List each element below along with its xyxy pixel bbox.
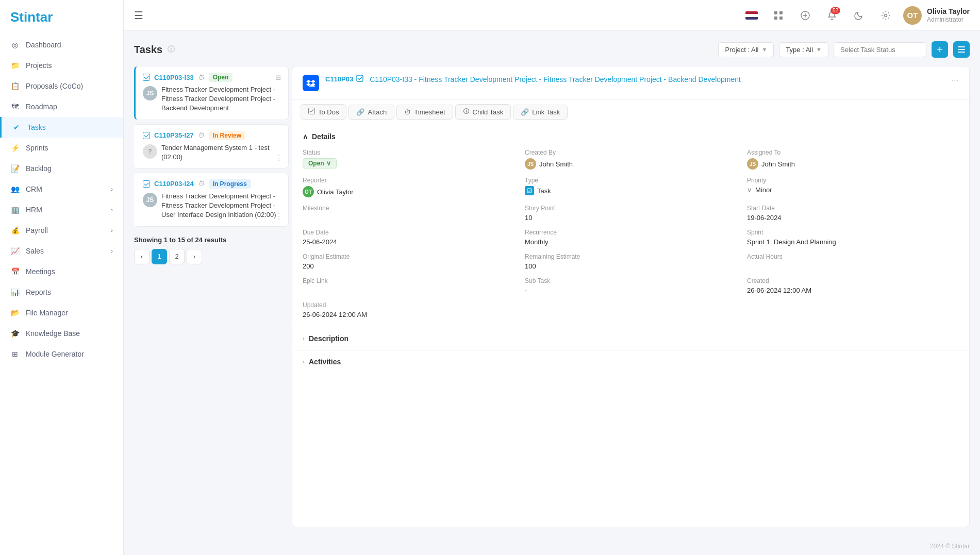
sidebar-label-roadmap: Roadmap — [26, 103, 57, 111]
sidebar-item-reports[interactable]: 📊 Reports — [0, 282, 123, 302]
project-filter[interactable]: Project : All ▼ — [718, 42, 774, 57]
status-label: Status — [303, 149, 514, 156]
activities-section-header[interactable]: › Activities — [303, 358, 959, 366]
actual-hours-label: Actual Hours — [747, 253, 959, 260]
sidebar-item-sales[interactable]: 📈 Sales › — [0, 241, 123, 261]
menu-toggle-icon[interactable]: ☰ — [134, 9, 143, 22]
svg-point-7 — [885, 14, 887, 16]
pagination-prev[interactable]: ‹ — [134, 249, 150, 264]
svg-rect-1 — [779, 11, 783, 14]
tab-attach[interactable]: 🔗 Attach — [348, 105, 394, 120]
sidebar-label-meetings: Meetings — [26, 267, 55, 276]
status-search-input[interactable] — [834, 42, 926, 57]
page-content: Tasks ⓘ Project : All ▼ Type : All ▼ + — [124, 31, 980, 537]
field-story-point: Story Point 10 — [525, 205, 737, 222]
tab-todos[interactable]: To Dos — [301, 104, 346, 120]
tab-todos-label: To Dos — [318, 108, 339, 116]
detail-more-button[interactable]: ··· — [951, 75, 959, 86]
field-remaining-estimate: Remaining Estimate 100 — [525, 253, 737, 270]
task-id-2: C110P03-I24 — [154, 180, 194, 188]
page-title: Tasks — [134, 44, 162, 56]
settings-icon[interactable] — [876, 6, 895, 25]
sidebar-item-payroll[interactable]: 💰 Payroll › — [0, 220, 123, 241]
projects-icon: 📁 — [10, 61, 20, 70]
created-by-value: John Smith — [539, 160, 573, 168]
task-more-btn-2[interactable]: ⋮ — [275, 211, 283, 221]
pagination-page-2[interactable]: 2 — [169, 249, 185, 264]
remaining-estimate-value: 100 — [525, 262, 536, 270]
notification-bell-icon[interactable]: 52 — [823, 6, 841, 25]
type-filter[interactable]: Type : All ▼ — [779, 42, 828, 57]
sidebar-item-backlog[interactable]: 📝 Backlog — [0, 158, 123, 179]
sidebar-item-proposals[interactable]: 📋 Proposals (CoCo) — [0, 76, 123, 96]
dark-mode-icon[interactable] — [850, 6, 868, 25]
created-by-label: Created By — [525, 149, 737, 156]
app-logo: Stintar — [10, 9, 53, 25]
checkbox-icon — [356, 75, 363, 82]
sidebar-item-file-manager[interactable]: 📂 File Manager — [0, 302, 123, 323]
file-manager-icon: 📂 — [10, 308, 20, 317]
sidebar-label-backlog: Backlog — [26, 164, 52, 173]
priority-icon: ∨ — [747, 186, 752, 194]
tab-child-task[interactable]: Child Task — [455, 104, 511, 120]
payroll-icon: 💰 — [10, 226, 20, 235]
sidebar-item-meetings[interactable]: 📅 Meetings — [0, 261, 123, 282]
sprint-label: Sprint — [747, 229, 959, 236]
task-more-btn-1[interactable]: ⋮ — [275, 153, 283, 163]
sidebar-item-hrm[interactable]: 🏢 HRM › — [0, 199, 123, 220]
pagination-next[interactable]: › — [187, 249, 202, 264]
section-chevron-up: ∧ — [303, 132, 308, 141]
view-toggle-button[interactable] — [953, 41, 970, 58]
tab-link-task[interactable]: 🔗 Link Task — [513, 105, 568, 120]
notification-count: 52 — [830, 7, 840, 14]
description-section-header[interactable]: › Description — [303, 334, 959, 343]
language-selector[interactable] — [742, 6, 761, 25]
flag-icon — [745, 11, 758, 20]
task-card-1[interactable]: C110P35-I27 ⏱ In Review ? Tender Managem… — [134, 124, 289, 169]
tab-timesheet[interactable]: ⏱ Timesheet — [396, 105, 453, 120]
quick-add-icon[interactable] — [796, 6, 815, 25]
sidebar-item-dashboard[interactable]: ◎ Dashboard — [0, 35, 123, 55]
activities-label: Activities — [309, 358, 341, 366]
user-profile[interactable]: OT Olivia Taylor Administrator — [903, 6, 970, 25]
moon-svg — [854, 11, 863, 20]
description-label: Description — [309, 334, 348, 343]
sidebar-label-crm: CRM — [26, 185, 42, 193]
tab-child-task-label: Child Task — [473, 108, 504, 116]
task-list-panel: C110P03-I33 ⏱ Open ⊟ JS Fitness Tracker … — [134, 66, 284, 527]
task-clock-icon-0: ⏱ — [198, 74, 205, 81]
hrm-icon: 🏢 — [10, 205, 20, 214]
start-date-label: Start Date — [747, 205, 959, 212]
task-card-0[interactable]: C110P03-I33 ⏱ Open ⊟ JS Fitness Tracker … — [134, 66, 289, 120]
sidebar-item-knowledge-base[interactable]: 🎓 Knowledge Base — [0, 323, 123, 344]
details-section-header[interactable]: ∧ Details — [303, 132, 959, 141]
task-save-icon-0: ⊟ — [275, 74, 281, 81]
status-value[interactable]: Open ∨ — [303, 158, 337, 169]
pagination-page-1[interactable]: 1 — [152, 249, 167, 264]
field-sprint: Sprint Sprint 1: Design And Planning — [747, 229, 959, 246]
add-task-button[interactable]: + — [932, 41, 948, 58]
dropbox-icon — [303, 75, 319, 91]
page-info-icon[interactable]: ⓘ — [168, 45, 175, 54]
start-date-value: 19-06-2024 — [747, 214, 782, 222]
pagination-area: Showing 1 to 15 of 24 results ‹ 1 2 › — [134, 231, 284, 270]
task-badge-2: In Progress — [209, 179, 251, 189]
field-priority: Priority ∨ Minor — [747, 177, 959, 197]
sidebar-item-tasks[interactable]: ✔ Tasks — [0, 117, 123, 138]
task-clock-icon-1: ⏱ — [198, 131, 205, 139]
task-card-2[interactable]: C110P03-I24 ⏱ In Progress JS Fitness Tra… — [134, 173, 289, 227]
sidebar-label-knowledge-base: Knowledge Base — [26, 329, 80, 338]
main-content: ☰ 52 — [124, 0, 980, 555]
sidebar-item-sprints[interactable]: ⚡ Sprints — [0, 138, 123, 158]
task-checkbox-icon-1 — [143, 132, 150, 139]
chevron-payroll: › — [111, 227, 113, 233]
avatar: OT — [903, 6, 922, 25]
sidebar-item-projects[interactable]: 📁 Projects — [0, 55, 123, 76]
sidebar-item-crm[interactable]: 👥 CRM › — [0, 179, 123, 199]
sidebar-item-roadmap[interactable]: 🗺 Roadmap — [0, 96, 123, 117]
sidebar-item-module-generator[interactable]: ⊞ Module Generator — [0, 344, 123, 364]
grid-icon[interactable] — [769, 6, 788, 25]
reporter-avatar: OT — [303, 186, 314, 197]
field-actual-hours: Actual Hours — [747, 253, 959, 270]
field-created-by: Created By JS John Smith — [525, 149, 737, 170]
